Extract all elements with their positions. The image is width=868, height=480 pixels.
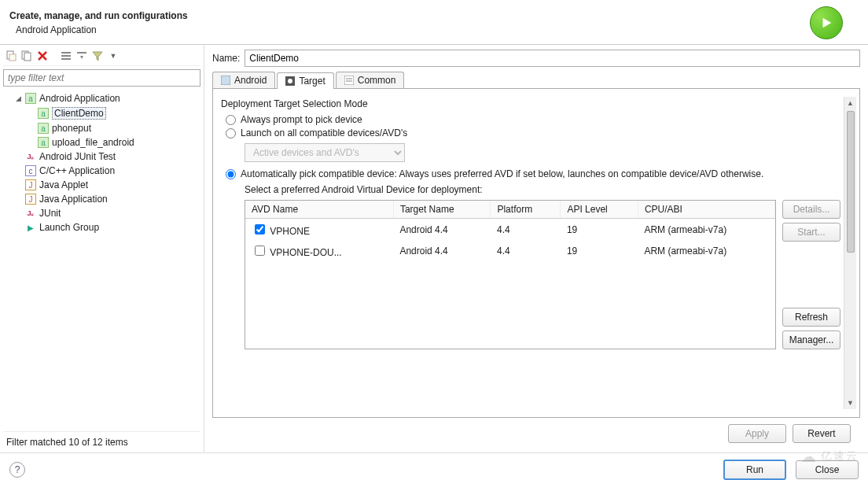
config-tree[interactable]: ◢ a Android Application a ClientDemo a p… (3, 90, 200, 431)
expand-all-icon[interactable] (60, 50, 72, 62)
cell: 4.4 (491, 240, 561, 261)
spacer (14, 195, 22, 203)
header-text: Create, manage, and run configurations A… (9, 10, 810, 35)
common-tab-icon (344, 76, 354, 85)
spacer (14, 153, 22, 161)
avd-checkbox[interactable] (255, 246, 265, 256)
cell: Android 4.4 (393, 240, 491, 261)
duplicate-config-icon[interactable] (20, 50, 33, 62)
tree-item-launch-group[interactable]: ▶ Launch Group (3, 220, 200, 234)
details-button[interactable]: Details... (782, 200, 840, 219)
left-panel: ▼ ◢ a Android Application a ClientDemo a… (0, 45, 204, 452)
radio-input[interactable] (226, 115, 236, 125)
tab-label: Common (358, 75, 396, 86)
refresh-button[interactable]: Refresh (782, 308, 840, 327)
tree-item-cpp[interactable]: c C/C++ Application (3, 164, 200, 178)
name-label: Name: (212, 53, 240, 64)
tree-item-junit[interactable]: Jᵤ JUnit (3, 206, 200, 220)
cell: ARM (armeabi-v7a) (638, 240, 774, 261)
tree-label: C/C++ Application (39, 165, 115, 176)
radio-always-prompt[interactable]: Always prompt to pick device (226, 114, 840, 125)
name-input[interactable] (245, 50, 860, 67)
dialog-body: ▼ ◢ a Android Application a ClientDemo a… (0, 45, 868, 452)
run-button[interactable]: Run (723, 460, 786, 480)
table-row[interactable]: VPHONE-DOU... Android 4.4 4.4 19 ARM (ar… (245, 240, 775, 261)
manager-button[interactable]: Manager... (782, 330, 840, 349)
svg-rect-14 (344, 76, 354, 85)
svg-marker-0 (823, 18, 832, 28)
tree-item-phoneput[interactable]: a phoneput (3, 121, 200, 135)
run-configurations-dialog: Create, manage, and run configurations A… (0, 0, 868, 480)
delete-config-icon[interactable] (36, 50, 49, 62)
avd-checkbox[interactable] (255, 224, 265, 234)
dialog-subtitle: Android Application (16, 24, 810, 35)
tree-item-clientdemo[interactable]: a ClientDemo (3, 105, 200, 121)
spacer (14, 223, 22, 231)
col-api-level[interactable]: API Level (561, 201, 638, 219)
scroll-up-icon[interactable]: ▲ (844, 97, 856, 109)
tree-label: Launch Group (39, 222, 99, 233)
collapse-toggle-icon[interactable]: ◢ (14, 94, 22, 102)
vertical-scrollbar[interactable]: ▲ ▼ (844, 97, 856, 409)
android-icon: a (38, 137, 49, 148)
new-config-icon[interactable] (5, 50, 17, 62)
radio-label: Automatically pick compatible device: Al… (241, 168, 763, 179)
device-filter-select: Active devices and AVD's (245, 143, 405, 162)
avd-area: AVD Name Target Name Platform API Level … (245, 200, 840, 349)
spacer (14, 167, 22, 175)
tree-item-android-application[interactable]: ◢ a Android Application (3, 91, 200, 105)
radio-input[interactable] (226, 169, 236, 179)
tab-android[interactable]: Android (212, 72, 275, 88)
avd-table[interactable]: AVD Name Target Name Platform API Level … (245, 200, 776, 349)
tree-item-java-applet[interactable]: J Java Applet (3, 178, 200, 192)
junit-icon: Jᵤ (25, 208, 36, 219)
tab-scroll-area: Deployment Target Selection Mode Always … (221, 97, 844, 409)
tree-label: Android JUnit Test (39, 151, 116, 162)
radio-input[interactable] (226, 128, 236, 138)
toolbar-dropdown-icon[interactable]: ▼ (107, 50, 120, 62)
col-avd-name[interactable]: AVD Name (245, 201, 393, 219)
radio-label: Launch on all compatible devices/AVD's (241, 127, 407, 138)
col-platform[interactable]: Platform (491, 201, 561, 219)
svg-rect-2 (9, 54, 16, 61)
config-toolbar: ▼ (3, 48, 200, 66)
tab-label: Android (234, 75, 267, 86)
avd-select-label: Select a preferred Android Virtual Devic… (245, 184, 840, 195)
scroll-thumb[interactable] (847, 111, 855, 253)
scroll-down-icon[interactable]: ▼ (844, 397, 856, 409)
close-button[interactable]: Close (796, 460, 859, 479)
svg-rect-8 (61, 55, 71, 57)
tree-item-java-application[interactable]: J Java Application (3, 192, 200, 206)
filter-input[interactable] (3, 69, 200, 87)
svg-rect-11 (221, 76, 230, 85)
start-button[interactable]: Start... (782, 223, 840, 242)
tab-target[interactable]: Target (277, 72, 333, 89)
revert-button[interactable]: Revert (793, 424, 851, 443)
avd-side-buttons: Details... Start... Refresh Manager... (782, 200, 840, 349)
cell: 19 (561, 219, 638, 241)
apply-button[interactable]: Apply (728, 424, 786, 443)
right-panel: Name: Android Target Common (204, 45, 868, 452)
apply-revert-row: Apply Revert (212, 418, 860, 449)
spacer (782, 246, 840, 257)
cell: 19 (561, 240, 638, 261)
tree-label: ClientDemo (52, 107, 106, 120)
tree-item-android-junit[interactable]: Jᵤ Android JUnit Test (3, 150, 200, 164)
java-icon: J (25, 194, 36, 205)
collapse-all-icon[interactable] (75, 50, 88, 62)
radio-label: Always prompt to pick device (241, 114, 362, 125)
help-icon[interactable]: ? (9, 462, 25, 478)
table-row[interactable]: VPHONE Android 4.4 4.4 19 ARM (armeabi-v… (245, 219, 775, 241)
filter-menu-icon[interactable] (91, 50, 104, 62)
filter-status: Filter matched 10 of 12 items (3, 431, 200, 452)
cell: VPHONE (270, 226, 310, 237)
tab-common[interactable]: Common (336, 72, 405, 88)
radio-launch-all[interactable]: Launch on all compatible devices/AVD's (226, 127, 840, 138)
radio-auto-pick[interactable]: Automatically pick compatible device: Al… (226, 168, 840, 179)
android-icon: a (38, 108, 49, 119)
col-target-name[interactable]: Target Name (393, 201, 491, 219)
col-cpu-abi[interactable]: CPU/ABI (638, 201, 774, 219)
cell: ARM (armeabi-v7a) (638, 219, 774, 241)
cell: Android 4.4 (393, 219, 491, 241)
tree-item-upload-file-android[interactable]: a upload_file_android (3, 135, 200, 150)
